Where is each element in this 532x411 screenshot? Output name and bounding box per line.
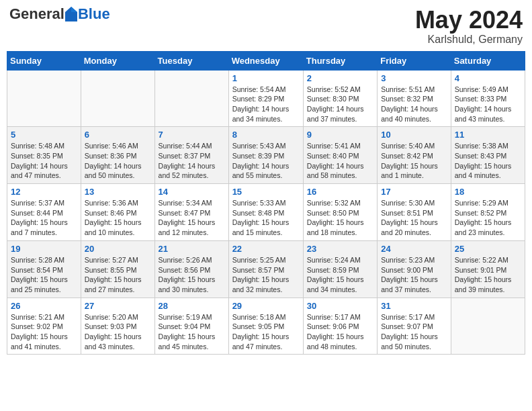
- svg-marker-1: [71, 7, 77, 12]
- day-number: 1: [232, 73, 300, 83]
- day-info: Sunrise: 5:17 AM Sunset: 9:07 PM Dayligh…: [381, 312, 447, 352]
- day-number: 12: [11, 187, 77, 197]
- day-info: Sunrise: 5:40 AM Sunset: 8:42 PM Dayligh…: [381, 141, 447, 181]
- day-info: Sunrise: 5:36 AM Sunset: 8:46 PM Dayligh…: [85, 198, 151, 238]
- day-number: 30: [307, 301, 373, 311]
- day-info: Sunrise: 5:30 AM Sunset: 8:51 PM Dayligh…: [381, 198, 447, 238]
- day-number: 27: [85, 301, 151, 311]
- day-info: Sunrise: 5:54 AM Sunset: 8:29 PM Dayligh…: [232, 85, 300, 124]
- day-info: Sunrise: 5:17 AM Sunset: 9:06 PM Dayligh…: [307, 312, 373, 352]
- page-header: General Blue May 2024 Karlshuld, Germany: [7, 7, 525, 46]
- calendar-cell: 18Sunrise: 5:29 AM Sunset: 8:52 PM Dayli…: [451, 184, 525, 241]
- logo-icon: [65, 7, 77, 21]
- month-title: May 2024: [415, 7, 523, 34]
- day-number: 4: [455, 73, 521, 83]
- calendar-cell: 5Sunrise: 5:48 AM Sunset: 8:35 PM Daylig…: [7, 127, 81, 184]
- day-info: Sunrise: 5:22 AM Sunset: 9:01 PM Dayligh…: [455, 255, 521, 295]
- day-info: Sunrise: 5:23 AM Sunset: 9:00 PM Dayligh…: [381, 255, 447, 295]
- calendar-cell: 30Sunrise: 5:17 AM Sunset: 9:06 PM Dayli…: [303, 298, 377, 355]
- day-number: 10: [381, 130, 447, 140]
- calendar-cell: 10Sunrise: 5:40 AM Sunset: 8:42 PM Dayli…: [378, 127, 451, 184]
- calendar-week-row: 19Sunrise: 5:28 AM Sunset: 8:54 PM Dayli…: [7, 240, 525, 298]
- calendar-cell: 11Sunrise: 5:38 AM Sunset: 8:43 PM Dayli…: [451, 127, 525, 184]
- day-number: 19: [11, 244, 77, 254]
- calendar-week-row: 1Sunrise: 5:54 AM Sunset: 8:29 PM Daylig…: [7, 70, 525, 127]
- day-number: 28: [159, 301, 225, 311]
- calendar-cell: 13Sunrise: 5:36 AM Sunset: 8:46 PM Dayli…: [81, 184, 154, 241]
- day-info: Sunrise: 5:19 AM Sunset: 9:04 PM Dayligh…: [159, 312, 225, 352]
- calendar-cell: 16Sunrise: 5:32 AM Sunset: 8:50 PM Dayli…: [303, 184, 377, 241]
- day-number: 22: [232, 244, 300, 254]
- day-info: Sunrise: 5:52 AM Sunset: 8:30 PM Dayligh…: [307, 85, 373, 124]
- day-number: 3: [381, 73, 447, 83]
- calendar-cell: 31Sunrise: 5:17 AM Sunset: 9:07 PM Dayli…: [378, 298, 451, 355]
- day-number: 20: [85, 244, 151, 254]
- calendar-cell: 7Sunrise: 5:44 AM Sunset: 8:37 PM Daylig…: [154, 127, 228, 184]
- day-info: Sunrise: 5:46 AM Sunset: 8:36 PM Dayligh…: [85, 141, 151, 181]
- day-number: 2: [307, 73, 373, 83]
- calendar-cell: 20Sunrise: 5:27 AM Sunset: 8:55 PM Dayli…: [81, 240, 154, 298]
- day-info: Sunrise: 5:43 AM Sunset: 8:39 PM Dayligh…: [232, 141, 300, 181]
- day-number: 14: [159, 187, 225, 197]
- calendar-cell: [7, 70, 81, 127]
- day-info: Sunrise: 5:37 AM Sunset: 8:44 PM Dayligh…: [11, 198, 77, 238]
- day-info: Sunrise: 5:48 AM Sunset: 8:35 PM Dayligh…: [11, 141, 77, 181]
- logo-general-text: General: [9, 7, 64, 21]
- calendar-cell: 2Sunrise: 5:52 AM Sunset: 8:30 PM Daylig…: [303, 70, 377, 127]
- calendar-cell: 26Sunrise: 5:21 AM Sunset: 9:02 PM Dayli…: [7, 298, 81, 355]
- day-number: 17: [381, 187, 447, 197]
- day-number: 26: [11, 301, 77, 311]
- day-info: Sunrise: 5:44 AM Sunset: 8:37 PM Dayligh…: [159, 141, 225, 181]
- weekday-header-sunday: Sunday: [7, 51, 81, 70]
- calendar-cell: 9Sunrise: 5:41 AM Sunset: 8:40 PM Daylig…: [303, 127, 377, 184]
- day-number: 9: [307, 130, 373, 140]
- calendar-cell: 14Sunrise: 5:34 AM Sunset: 8:47 PM Dayli…: [154, 184, 228, 241]
- day-number: 24: [381, 244, 447, 254]
- day-number: 29: [232, 301, 300, 311]
- day-number: 23: [307, 244, 373, 254]
- day-number: 5: [11, 130, 77, 140]
- day-info: Sunrise: 5:49 AM Sunset: 8:33 PM Dayligh…: [455, 85, 521, 124]
- calendar-cell: 12Sunrise: 5:37 AM Sunset: 8:44 PM Dayli…: [7, 184, 81, 241]
- logo: General Blue: [9, 7, 110, 21]
- day-number: 6: [85, 130, 151, 140]
- title-block: May 2024 Karlshuld, Germany: [415, 7, 523, 46]
- day-number: 25: [455, 244, 521, 254]
- calendar-cell: 8Sunrise: 5:43 AM Sunset: 8:39 PM Daylig…: [228, 127, 303, 184]
- calendar-week-row: 12Sunrise: 5:37 AM Sunset: 8:44 PM Dayli…: [7, 184, 525, 241]
- calendar-week-row: 5Sunrise: 5:48 AM Sunset: 8:35 PM Daylig…: [7, 127, 525, 184]
- day-number: 31: [381, 301, 447, 311]
- day-number: 16: [307, 187, 373, 197]
- calendar-cell: [81, 70, 154, 127]
- logo-blue-text: Blue: [78, 7, 110, 21]
- day-info: Sunrise: 5:24 AM Sunset: 8:59 PM Dayligh…: [307, 255, 373, 295]
- weekday-header-row: SundayMondayTuesdayWednesdayThursdayFrid…: [7, 51, 525, 70]
- day-number: 15: [232, 187, 300, 197]
- day-info: Sunrise: 5:25 AM Sunset: 8:57 PM Dayligh…: [232, 255, 300, 295]
- calendar-cell: 23Sunrise: 5:24 AM Sunset: 8:59 PM Dayli…: [303, 240, 377, 298]
- day-info: Sunrise: 5:38 AM Sunset: 8:43 PM Dayligh…: [455, 141, 521, 181]
- calendar-cell: 24Sunrise: 5:23 AM Sunset: 9:00 PM Dayli…: [378, 240, 451, 298]
- day-number: 21: [159, 244, 225, 254]
- calendar-week-row: 26Sunrise: 5:21 AM Sunset: 9:02 PM Dayli…: [7, 298, 525, 355]
- calendar-cell: 28Sunrise: 5:19 AM Sunset: 9:04 PM Dayli…: [154, 298, 228, 355]
- calendar-cell: 3Sunrise: 5:51 AM Sunset: 8:32 PM Daylig…: [378, 70, 451, 127]
- calendar-cell: 21Sunrise: 5:26 AM Sunset: 8:56 PM Dayli…: [154, 240, 228, 298]
- location: Karlshuld, Germany: [415, 34, 523, 46]
- day-info: Sunrise: 5:33 AM Sunset: 8:48 PM Dayligh…: [232, 198, 300, 238]
- day-number: 7: [159, 130, 225, 140]
- day-info: Sunrise: 5:34 AM Sunset: 8:47 PM Dayligh…: [159, 198, 225, 238]
- calendar-cell: 19Sunrise: 5:28 AM Sunset: 8:54 PM Dayli…: [7, 240, 81, 298]
- day-info: Sunrise: 5:21 AM Sunset: 9:02 PM Dayligh…: [11, 312, 77, 352]
- calendar-cell: 17Sunrise: 5:30 AM Sunset: 8:51 PM Dayli…: [378, 184, 451, 241]
- day-info: Sunrise: 5:18 AM Sunset: 9:05 PM Dayligh…: [232, 312, 300, 352]
- calendar-cell: 25Sunrise: 5:22 AM Sunset: 9:01 PM Dayli…: [451, 240, 525, 298]
- calendar-cell: 22Sunrise: 5:25 AM Sunset: 8:57 PM Dayli…: [228, 240, 303, 298]
- calendar-cell: [451, 298, 525, 355]
- day-info: Sunrise: 5:32 AM Sunset: 8:50 PM Dayligh…: [307, 198, 373, 238]
- day-number: 8: [232, 130, 300, 140]
- day-info: Sunrise: 5:20 AM Sunset: 9:03 PM Dayligh…: [85, 312, 151, 352]
- day-number: 13: [85, 187, 151, 197]
- calendar-cell: 15Sunrise: 5:33 AM Sunset: 8:48 PM Dayli…: [228, 184, 303, 241]
- calendar-cell: 29Sunrise: 5:18 AM Sunset: 9:05 PM Dayli…: [228, 298, 303, 355]
